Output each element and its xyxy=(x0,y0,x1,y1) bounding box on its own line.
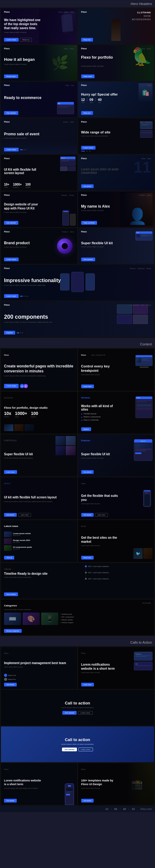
hero-card-14: UI Kit Flexo Features Demo xyxy=(78,228,154,264)
stats-row: 10+ Years 1000+ Projects 100 Awards xyxy=(4,183,74,188)
hero-card-7: Flexo Events About Promo sale of event L… xyxy=(1,118,77,154)
hero-card-8: Flexo Work Services Wide range of site L… xyxy=(78,118,154,154)
cta-card-6: 📸 Flexo 100+ templates made by Flexo UI … xyxy=(78,763,154,805)
hero-card-5-content: Flexo Shop Cart Ready to ecommerce Get s… xyxy=(1,82,77,117)
news-item: Lorem ipsum article May 2024 xyxy=(4,532,74,537)
news-item: UI components guide Mar 2024 xyxy=(4,545,74,551)
cta-section-label: Calls to Action xyxy=(0,639,155,646)
slide-dots-16 xyxy=(17,332,23,333)
slide-dots-15 xyxy=(20,296,28,297)
timeline-item: 2022 - Lorem ipsum milestone xyxy=(85,578,151,580)
cta-card-4-content: Call to action Lorem ipsum dolor sit ame… xyxy=(1,726,154,762)
cta-card-2: Notification Alert Flexo Lorem notificat… xyxy=(78,647,154,689)
content-card-11-content: Timeline Timeline Ready to design site L… xyxy=(1,563,154,599)
hero-card-3: 🌿 Flexo Home About How it all began Lore… xyxy=(1,45,77,81)
hero-card-16: Flexo Components Docs Pricing 200 compon… xyxy=(1,301,154,337)
content-card-5-content: Portfolio Super flexible UI kit UI kit w… xyxy=(1,434,77,476)
hero-card-10-content: Flexo About Work Lorem ipsum dolor sit a… xyxy=(78,155,154,190)
content-card-2-content: Flexo New - Interaction Kit Control ever… xyxy=(78,349,154,391)
cta-card-3: Call to action Lorem ipsum dolor sit ame… xyxy=(1,690,154,725)
hero-card-1: Flexo Home About Work We have highlighte… xyxy=(1,8,77,44)
cta-card-6-content: Flexo 100+ templates made by Flexo UI De… xyxy=(78,763,154,805)
content-card-1: Flexo Create wonderful pages with incred… xyxy=(1,349,77,391)
content-card-2: Flexo New - Interaction Kit Control ever… xyxy=(78,349,154,391)
content-card-5: Portfolio Super flexible UI kit UI kit w… xyxy=(1,434,77,476)
hero-headers-label: Hero Headers xyxy=(0,0,155,7)
hero-card-1-content: Flexo Home About Work We have highlighte… xyxy=(1,8,77,44)
timeline-item: 2021 - Lorem ipsum milestone xyxy=(85,571,151,574)
news-item: Design trends 2024 Apr 2024 xyxy=(4,538,74,544)
cta-card-1: Flexo Implement project management best … xyxy=(1,647,77,689)
thumb-images xyxy=(4,424,74,431)
hero-card-13: Flexo Products About Brand product Lorem… xyxy=(1,228,77,264)
hero-card-16-content: Flexo Components Docs Pricing 200 compon… xyxy=(1,301,154,337)
hero-1-buttons: Learn more About us xyxy=(4,38,74,41)
hero-card-4-content: Flexo Work About Flexo for portfolio Lor… xyxy=(78,45,154,81)
hero-card-2-content: Flexo Shop New CLOTHING SHOE ACCESSORIES… xyxy=(78,8,154,44)
hero-card-6-content: Flexo Shop Hurry up! Special offer 12 HR… xyxy=(78,82,154,117)
content-card-11: Timeline Timeline Ready to design site L… xyxy=(1,563,154,599)
content-card-4-content: Services Works with all kind of sites ●F… xyxy=(78,392,154,434)
content-card-9: Latest news Lorem ipsum article May 2024… xyxy=(1,520,77,562)
content-card-7: About UI kit with flexible full screen l… xyxy=(1,477,77,519)
hero-card-9: Screen Flexo Features Pricing xyxy=(1,155,77,190)
cta-card-4: Call to action Lorem ipsum dolor sit ame… xyxy=(1,726,154,762)
hero-card-4: 🦜 Flexo Work About Flexo for portfolio L… xyxy=(78,45,154,81)
content-card-6-content: Features Super flexible UI kit Lorem ips… xyxy=(78,434,154,476)
hero-card-14-content: Flexo Features Demo Super flexible UI ki… xyxy=(78,228,154,264)
hero-card-6: 🛍️ Flexo Shop Hurry up! Special offer 12… xyxy=(78,82,154,117)
content-grid: Flexo Create wonderful pages with incred… xyxy=(0,348,155,636)
content-card-10: 🐦 Blog Get the best sites on the market … xyxy=(78,520,154,562)
hero-card-11-content: Flexo Features Pricing Design website of… xyxy=(1,191,77,227)
content-card-12: Categories Lorem ipsum dolor sit amet co… xyxy=(1,599,154,635)
hero-1-headline-area: We have highlighted one of the top desig… xyxy=(4,18,74,33)
cta-card-3-content: Call to action Lorem ipsum dolor sit ame… xyxy=(1,690,154,725)
hero-headers-grid: Flexo Home About Work We have highlighte… xyxy=(0,7,155,338)
content-card-12-content: Categories Lorem ipsum dolor sit amet co… xyxy=(1,599,154,635)
clothing-nav: CLOTHING SHOE ACCESSORIES xyxy=(132,11,151,21)
hero-card-8-content: Flexo Work Services Wide range of site L… xyxy=(78,118,154,154)
content-card-3: Mission Flexo for portfolio, design stud… xyxy=(1,392,77,434)
footer-timer-bar: 12 : 09 : 40 : 32 fxtra.com xyxy=(0,806,155,812)
cta-grid: Flexo Implement project management best … xyxy=(0,646,155,806)
hero-card-7-content: Flexo Events About Promo sale of event L… xyxy=(1,118,77,154)
hero-card-11: Flexo Features Pricing Design website of… xyxy=(1,191,77,227)
hero-card-12-content: Flexo Portfolio About My name is Alex Lo… xyxy=(78,191,154,227)
cta-card-2-content: Flexo Lorem notifications website is a s… xyxy=(78,647,154,689)
timeline-item: 2020 - Lorem ipsum milestone xyxy=(85,565,151,567)
slide-dots xyxy=(20,149,26,150)
content-card-3-content: Mission Flexo for portfolio, design stud… xyxy=(1,392,77,434)
content-card-8-content: Team Get the flexible that suits you Lor… xyxy=(78,477,154,519)
content-section-label: Content xyxy=(0,340,155,348)
hero-card-3-content: Flexo Home About How it all began Lorem … xyxy=(1,45,77,81)
content-card-10-content: Blog Get the best sites on the market Lo… xyxy=(78,520,154,562)
content-card-9-content: Latest news Lorem ipsum article May 2024… xyxy=(1,520,77,562)
slide-indicators xyxy=(81,151,151,151)
hero-card-2: Flexo Shop New CLOTHING SHOE ACCESSORIES… xyxy=(78,8,154,44)
hero-card-12: 👤 Flexo Portfolio About My name is Alex … xyxy=(78,191,154,227)
cta-card-5: Flexo Lorem notifications website is a s… xyxy=(1,763,77,805)
hero-card-5: App Flexo Shop Cart Ready to ecommerce G… xyxy=(1,82,77,117)
hero-card-9-content: Flexo Features Pricing UI Kit with flexi… xyxy=(1,155,77,190)
hero-card-10: 11 Flexo About Work Lorem ipsum dolor si… xyxy=(78,155,154,190)
cta-card-5-content: Flexo Lorem notifications website is a s… xyxy=(1,763,77,805)
hero-card-13-content: Flexo Products About Brand product Lorem… xyxy=(1,228,77,264)
hero-card-15: Flexo Features Download Pricing Impressi… xyxy=(1,265,154,301)
content-card-7-content: About UI kit with flexible full screen l… xyxy=(1,477,77,519)
content-card-4: Services Services Works with all kind of… xyxy=(78,392,154,434)
nav-bar: Home About Work xyxy=(59,11,74,13)
cta-card-1-content: Flexo Implement project management best … xyxy=(1,647,77,689)
hero-card-15-content: Flexo Features Download Pricing Impressi… xyxy=(1,265,154,301)
countdown-timer: 12 HRS : 09 MIN : 40 SEC xyxy=(81,98,151,103)
content-card-6: UI Kit Pro Features Super flexible UI ki… xyxy=(78,434,154,476)
content-card-8: Team Get the flexible that suits you Lor… xyxy=(78,477,154,519)
content-card-1-content: Flexo Create wonderful pages with incred… xyxy=(1,349,77,391)
